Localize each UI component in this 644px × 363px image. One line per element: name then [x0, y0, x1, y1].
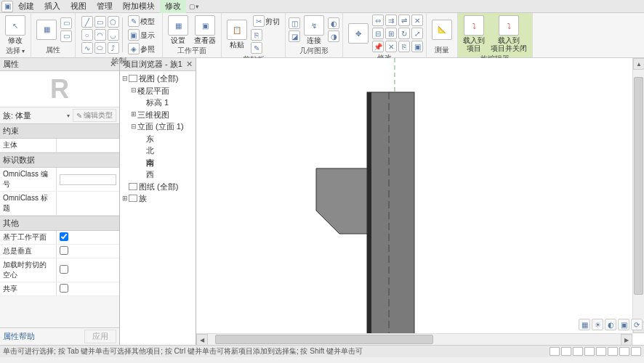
- trim-icon[interactable]: ✕: [411, 15, 423, 26]
- move-button[interactable]: ✥: [346, 23, 371, 44]
- geom1-icon[interactable]: ◐: [328, 17, 339, 29]
- tree-sheets[interactable]: 图纸 (全部): [121, 181, 194, 193]
- tree-north[interactable]: 北: [121, 144, 194, 157]
- menu-insert[interactable]: 插入: [39, 0, 65, 13]
- menu-addins[interactable]: 附加模块: [118, 0, 160, 13]
- tree-east[interactable]: 东: [121, 133, 194, 145]
- workplane-based-checkbox[interactable]: [60, 232, 68, 241]
- family-props-icon[interactable]: ▭: [60, 30, 72, 42]
- copy-mod-icon[interactable]: ⎘: [398, 41, 410, 52]
- view-control-icon[interactable]: ◐: [605, 319, 616, 330]
- always-vertical-checkbox[interactable]: [60, 246, 68, 255]
- load-close-button[interactable]: ⤵ 载入到 项目并关闭: [488, 15, 529, 53]
- model-button[interactable]: ✎模型: [126, 15, 157, 28]
- viewer-button[interactable]: ▣ 查看器: [192, 15, 218, 45]
- view-control-icon[interactable]: ▣: [618, 319, 629, 330]
- tray-icon[interactable]: [561, 347, 571, 356]
- circle-icon[interactable]: ○: [81, 29, 93, 41]
- group-icon[interactable]: ▣: [411, 41, 423, 52]
- ribbon-toggle-icon[interactable]: ▢▾: [189, 3, 199, 10]
- mirror-icon[interactable]: ⇌: [398, 15, 410, 26]
- tree-west[interactable]: 西: [121, 168, 194, 181]
- shared-checkbox[interactable]: [60, 284, 68, 293]
- vertical-scrollbar[interactable]: ▲ ▼: [632, 58, 644, 333]
- pin-icon[interactable]: 📌: [372, 41, 384, 52]
- tray-icon[interactable]: [573, 347, 583, 356]
- hscroll-thumb[interactable]: [215, 335, 433, 344]
- family-dropdown-icon[interactable]: ▾: [67, 113, 70, 119]
- family-name: 族: 体量: [3, 110, 64, 121]
- tray-icon[interactable]: [584, 347, 595, 356]
- expand-icon[interactable]: ⊞: [121, 194, 129, 204]
- cut-button[interactable]: ✂剪切: [251, 15, 282, 28]
- measure-button[interactable]: 📐: [430, 19, 454, 41]
- arc-icon[interactable]: ◠: [94, 29, 106, 41]
- split-icon[interactable]: ⊟: [372, 28, 384, 39]
- join-icon[interactable]: ◫: [289, 17, 300, 29]
- geom2-icon[interactable]: ◑: [328, 30, 339, 42]
- view-control-icon[interactable]: ▦: [579, 319, 590, 330]
- menu-modify[interactable]: 修改: [160, 0, 186, 13]
- vscroll-thumb[interactable]: [634, 77, 643, 295]
- omniclass-num-input[interactable]: [60, 174, 116, 185]
- arc3pt-icon[interactable]: ◡: [108, 29, 119, 41]
- match-icon[interactable]: ✎: [251, 42, 262, 54]
- modify-tool-button[interactable]: ↖ 修改: [3, 15, 28, 45]
- tray-icon[interactable]: [608, 347, 618, 356]
- tray-icon[interactable]: [596, 347, 606, 356]
- tray-icon[interactable]: [631, 347, 641, 356]
- rect-icon[interactable]: ▭: [94, 16, 106, 28]
- load-into-project-button[interactable]: ⤵ 载入到 项目: [461, 15, 487, 53]
- scale-icon[interactable]: ⤢: [411, 28, 423, 39]
- copy-icon[interactable]: ⎘: [251, 29, 262, 41]
- array-icon[interactable]: ⊞: [385, 28, 397, 39]
- scroll-right-icon[interactable]: ▶: [621, 334, 632, 346]
- properties-help-link[interactable]: 属性帮助: [3, 331, 35, 342]
- show-button[interactable]: ▣显示: [126, 28, 157, 41]
- menu-view[interactable]: 视图: [65, 0, 92, 13]
- drawing-canvas[interactable]: 1 : 200 ▲ ▼ ◀ ▶ ▦ ☀ ◐ ▣ ⟳: [196, 58, 644, 345]
- line-icon[interactable]: ╱: [81, 16, 93, 28]
- ref-button[interactable]: ◈参照: [126, 42, 157, 55]
- tree-south[interactable]: 南: [121, 157, 194, 169]
- collapse-icon[interactable]: ⊟: [130, 122, 137, 132]
- scroll-up-icon[interactable]: ▲: [633, 58, 644, 70]
- tree-elevations[interactable]: ⊟立面 (立面 1): [121, 121, 194, 133]
- properties-button[interactable]: ▦: [34, 19, 59, 41]
- scroll-left-icon[interactable]: ◀: [196, 334, 208, 346]
- connect-button[interactable]: ↯ 连接: [302, 15, 326, 45]
- void-cut-checkbox[interactable]: [60, 265, 68, 274]
- ellipse-icon[interactable]: ⬭: [94, 42, 106, 54]
- expand-icon[interactable]: ⊞: [130, 110, 137, 120]
- view-control-icon[interactable]: ⟳: [631, 319, 643, 330]
- tree-floorplans[interactable]: ⊟楼层平面: [121, 85, 194, 97]
- delete-icon[interactable]: ✕: [385, 41, 397, 52]
- select-group-label[interactable]: 选择: [6, 45, 25, 57]
- browser-close-icon[interactable]: ✕: [186, 60, 193, 69]
- tree-families[interactable]: ⊞族: [121, 192, 194, 205]
- apply-button[interactable]: 应用: [84, 330, 116, 343]
- tray-icon[interactable]: [619, 347, 629, 356]
- tree-level1[interactable]: 标高 1: [121, 97, 194, 109]
- view-control-icon[interactable]: ☀: [592, 319, 603, 330]
- collapse-icon[interactable]: ⊟: [121, 74, 129, 84]
- type-props-icon[interactable]: ▭: [60, 17, 72, 29]
- horizontal-scrollbar[interactable]: ◀ ▶: [196, 333, 632, 345]
- pick-icon[interactable]: ⤴: [108, 42, 119, 54]
- tree-views[interactable]: ⊟视图 (全部): [121, 73, 194, 85]
- collapse-icon[interactable]: ⊟: [130, 86, 137, 96]
- align-icon[interactable]: ⇔: [372, 15, 384, 26]
- poly-icon[interactable]: ⬠: [108, 16, 119, 28]
- edit-type-button[interactable]: ✎编辑类型: [73, 109, 116, 122]
- unjoin-icon[interactable]: ◪: [289, 30, 300, 42]
- offset-icon[interactable]: ⇉: [385, 15, 397, 26]
- set-workplane-button[interactable]: ▦ 设置: [166, 15, 190, 45]
- menu-manage[interactable]: 管理: [92, 0, 118, 13]
- tray-icon[interactable]: [550, 347, 560, 356]
- rotate-icon[interactable]: ↻: [398, 28, 410, 39]
- spline-icon[interactable]: ∿: [81, 42, 93, 54]
- status-bar: 单击可进行选择; 按 Tab 键并单击可选择其他项目; 按 Ctrl 键并单击可…: [0, 345, 644, 357]
- paste-button[interactable]: 📋 粘贴: [225, 19, 249, 49]
- tree-3dviews[interactable]: ⊞三维视图: [121, 109, 194, 121]
- menu-create[interactable]: 创建: [13, 0, 39, 13]
